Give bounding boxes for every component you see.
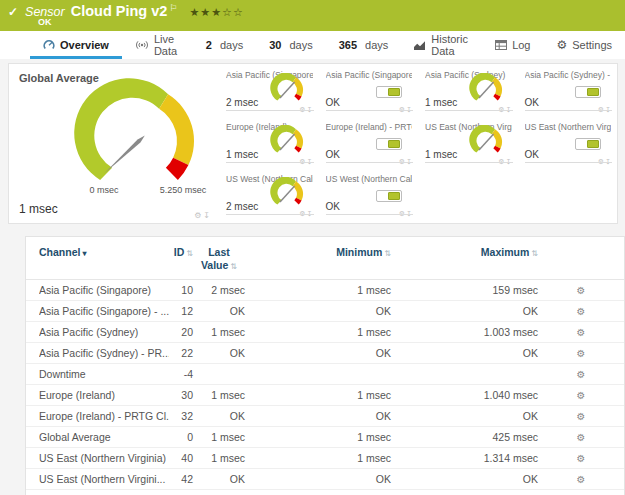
panel-corner-icons[interactable]: ⚙↧: [399, 210, 413, 218]
tab-bar: Overview Live Data 2days 30days 365days …: [0, 31, 625, 59]
table-row: Downtime -4 ⚙: [26, 364, 624, 385]
panel-corner-icons[interactable]: ⚙↧: [299, 158, 313, 166]
mini-toggle-panel: US West (Northern California)... OK ⚙↧: [319, 170, 419, 222]
tab-number: 30: [269, 39, 281, 51]
stars-filled: ★★★: [189, 6, 222, 18]
panel-corner-icons[interactable]: ⚙↧: [399, 158, 413, 166]
panel-corner-icons[interactable]: ⚙↧: [598, 158, 612, 166]
pin-icon[interactable]: ↧: [406, 106, 413, 113]
ok-toggle-indicator: [575, 86, 601, 98]
table-row: Asia Pacific (Sydney) - PR... 22 OK OK O…: [26, 343, 624, 364]
tab-label: days: [289, 39, 312, 51]
panel-corner-icons[interactable]: ⚙↧: [399, 106, 413, 114]
sort-icon: ⇅: [186, 249, 193, 258]
ok-toggle-indicator: [376, 190, 402, 202]
tab-number: 365: [339, 39, 357, 51]
mini-toggle-panel: Asia Pacific (Singapore) - PR... OK ⚙↧: [319, 66, 419, 118]
gear-icon[interactable]: ⚙: [498, 106, 505, 113]
pin-icon[interactable]: ↧: [506, 158, 513, 165]
toggle-knob: [388, 88, 400, 96]
table-row: Asia Pacific (Singapore) - ... 12 OK OK …: [26, 301, 624, 322]
table-row: Asia Pacific (Singapore) 10 2 msec 1 mse…: [26, 280, 624, 301]
pin-icon[interactable]: ↧: [203, 211, 212, 220]
mini-panel-title: Europe (Ireland) - PRTG Cloud...: [326, 122, 413, 132]
toggle-knob: [388, 192, 400, 200]
pin-icon[interactable]: ↧: [307, 210, 314, 217]
channel-settings-icon[interactable]: ⚙: [538, 348, 624, 359]
panel-corner-icons[interactable]: ⚙↧: [299, 106, 313, 114]
gear-icon[interactable]: ⚙: [299, 106, 306, 113]
toggle-knob: [388, 140, 400, 148]
table-row: Europe (Ireland) - PRTG Cl... 32 OK OK O…: [26, 406, 624, 427]
mini-panel-value: 1 msec: [425, 97, 457, 108]
tab-30-days[interactable]: 30days: [256, 31, 326, 59]
sort-desc-icon: ▾: [82, 249, 86, 258]
gear-icon[interactable]: ⚙: [498, 158, 505, 165]
pin-icon[interactable]: ↧: [605, 106, 612, 113]
gauges-card: Global Average 0 msec 5.250 msec 1 msec …: [8, 63, 618, 224]
column-header-channel[interactable]: Channel▾: [39, 246, 169, 272]
column-header-last-value[interactable]: Last Value⇅: [193, 246, 245, 272]
channel-settings-icon[interactable]: ⚙: [538, 306, 624, 317]
gauge-scale-max: 5.250 msec: [160, 185, 207, 195]
tab-historic-data[interactable]: Historic Data: [401, 31, 482, 59]
sort-icon: ⇅: [531, 249, 538, 258]
panel-corner-icons[interactable]: ⚙↧: [498, 158, 512, 166]
ok-toggle-indicator: [575, 138, 601, 150]
column-header-minimum[interactable]: Minimum⇅: [245, 246, 391, 272]
tab-log[interactable]: Log: [482, 31, 543, 59]
column-header-maximum[interactable]: Maximum⇅: [391, 246, 538, 272]
column-header-id[interactable]: ID⇅: [169, 246, 193, 272]
pin-icon[interactable]: ↧: [506, 106, 513, 113]
priority-stars[interactable]: ★★★☆☆: [189, 6, 243, 19]
global-average-gauge: 0 msec 5.250 msec: [64, 66, 214, 198]
status-check-icon: ✓: [8, 5, 18, 19]
mini-panel-value: 2 msec: [226, 97, 258, 108]
sort-icon: ⇅: [384, 249, 391, 258]
mini-gauge-panel: Asia Pacific (Sydney) 1 msec ⚙↧: [418, 66, 518, 118]
gear-icon[interactable]: ⚙: [194, 211, 203, 220]
mini-gauge: [468, 125, 506, 157]
panel-corner-icons[interactable]: ⚙↧: [299, 210, 313, 218]
status-badge: OK: [38, 17, 52, 27]
tab-overview[interactable]: Overview: [30, 31, 122, 59]
table-row: US East (Northern Virginia) 40 1 msec 1 …: [26, 448, 624, 469]
gear-icon[interactable]: ⚙: [299, 210, 306, 217]
channel-settings-icon[interactable]: ⚙: [538, 474, 624, 485]
panel-corner-icons[interactable]: ⚙↧: [194, 211, 212, 220]
tab-label: Log: [512, 39, 530, 51]
channel-settings-icon[interactable]: ⚙: [538, 390, 624, 401]
pin-icon[interactable]: ↧: [406, 158, 413, 165]
tab-number: 2: [206, 39, 212, 51]
mini-panel-value: 1 msec: [425, 149, 457, 160]
channel-settings-icon[interactable]: ⚙: [538, 432, 624, 443]
tab-settings[interactable]: ⚙ Settings: [543, 31, 625, 59]
pin-icon[interactable]: ↧: [406, 210, 413, 217]
channel-settings-icon[interactable]: ⚙: [538, 327, 624, 338]
channel-settings-icon[interactable]: ⚙: [538, 369, 624, 380]
mini-panel-value: OK: [326, 149, 340, 160]
pin-icon[interactable]: ↧: [307, 158, 314, 165]
tab-2-days[interactable]: 2days: [193, 31, 256, 59]
channel-settings-icon[interactable]: ⚙: [538, 285, 624, 296]
channel-settings-icon[interactable]: ⚙: [538, 453, 624, 464]
gear-icon[interactable]: ⚙: [299, 158, 306, 165]
sort-icon: ⇅: [230, 262, 237, 271]
panel-corner-icons[interactable]: ⚙↧: [498, 106, 512, 114]
tab-365-days[interactable]: 365days: [326, 31, 402, 59]
mini-gauge-panel: US West (Northern California) 2 msec ⚙↧: [219, 170, 319, 222]
ok-toggle-indicator: [376, 138, 402, 150]
pin-icon[interactable]: ↧: [307, 106, 314, 113]
tab-label: Overview: [60, 39, 109, 51]
pin-icon[interactable]: ↧: [605, 158, 612, 165]
channel-settings-icon[interactable]: ⚙: [538, 411, 624, 422]
broadcast-icon: [135, 39, 149, 51]
channel-table-body: Asia Pacific (Singapore) 10 2 msec 1 mse…: [26, 280, 624, 490]
sensor-header: ✓ Sensor Cloud Ping v2 ⚐ ★★★☆☆ OK: [0, 0, 625, 31]
mini-gauge: [468, 73, 506, 105]
tab-label: Live Data: [154, 33, 180, 57]
priority-flag-icon: ⚐: [169, 3, 177, 13]
mini-panel-value: 1 msec: [226, 149, 258, 160]
tab-live-data[interactable]: Live Data: [122, 31, 193, 59]
panel-corner-icons[interactable]: ⚙↧: [598, 106, 612, 114]
